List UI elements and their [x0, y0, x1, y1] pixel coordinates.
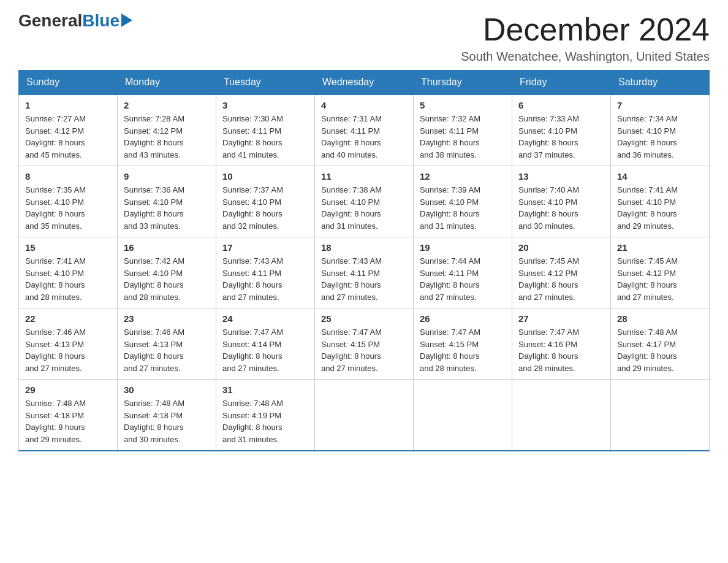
calendar-week-3: 15 Sunrise: 7:41 AMSunset: 4:10 PMDaylig… — [19, 237, 710, 308]
calendar-cell: 10 Sunrise: 7:37 AMSunset: 4:10 PMDaylig… — [216, 166, 315, 237]
header-friday: Friday — [512, 71, 611, 95]
calendar-cell: 1 Sunrise: 7:27 AMSunset: 4:12 PMDayligh… — [19, 94, 118, 166]
day-info: Sunrise: 7:47 AMSunset: 4:16 PMDaylight:… — [518, 326, 604, 374]
calendar-cell: 6 Sunrise: 7:33 AMSunset: 4:10 PMDayligh… — [512, 94, 611, 166]
day-number: 5 — [420, 100, 506, 110]
calendar-cell: 14 Sunrise: 7:41 AMSunset: 4:10 PMDaylig… — [611, 166, 710, 237]
day-number: 9 — [124, 171, 210, 182]
day-info: Sunrise: 7:38 AMSunset: 4:10 PMDaylight:… — [321, 184, 407, 232]
day-info: Sunrise: 7:30 AMSunset: 4:11 PMDaylight:… — [222, 113, 308, 161]
calendar-week-2: 8 Sunrise: 7:35 AMSunset: 4:10 PMDayligh… — [19, 166, 710, 237]
day-info: Sunrise: 7:45 AMSunset: 4:12 PMDaylight:… — [617, 255, 703, 303]
calendar-cell: 12 Sunrise: 7:39 AMSunset: 4:10 PMDaylig… — [414, 166, 512, 237]
page-header: General Blue December 2024 South Wenatch… — [18, 12, 710, 64]
calendar-table: Sunday Monday Tuesday Wednesday Thursday… — [18, 70, 710, 451]
day-info: Sunrise: 7:28 AMSunset: 4:12 PMDaylight:… — [124, 113, 210, 161]
calendar-cell: 4 Sunrise: 7:31 AMSunset: 4:11 PMDayligh… — [315, 94, 414, 166]
logo: General Blue — [18, 12, 132, 29]
calendar-cell: 29 Sunrise: 7:48 AMSunset: 4:18 PMDaylig… — [19, 380, 118, 451]
header-monday: Monday — [118, 71, 216, 95]
day-number: 23 — [124, 313, 210, 324]
calendar-cell: 23 Sunrise: 7:46 AMSunset: 4:13 PMDaylig… — [118, 308, 216, 380]
day-info: Sunrise: 7:48 AMSunset: 4:17 PMDaylight:… — [617, 326, 703, 374]
calendar-body: 1 Sunrise: 7:27 AMSunset: 4:12 PMDayligh… — [19, 94, 710, 451]
day-number: 24 — [222, 313, 308, 324]
day-info: Sunrise: 7:42 AMSunset: 4:10 PMDaylight:… — [124, 255, 210, 303]
day-info: Sunrise: 7:41 AMSunset: 4:10 PMDaylight:… — [617, 184, 703, 232]
calendar-cell: 5 Sunrise: 7:32 AMSunset: 4:11 PMDayligh… — [414, 94, 512, 166]
calendar-week-4: 22 Sunrise: 7:46 AMSunset: 4:13 PMDaylig… — [19, 308, 710, 380]
day-info: Sunrise: 7:31 AMSunset: 4:11 PMDaylight:… — [321, 113, 407, 161]
day-info: Sunrise: 7:39 AMSunset: 4:10 PMDaylight:… — [420, 184, 506, 232]
day-info: Sunrise: 7:46 AMSunset: 4:13 PMDaylight:… — [25, 326, 111, 374]
day-number: 28 — [617, 313, 703, 324]
logo-general-text: General — [18, 12, 82, 29]
day-number: 12 — [420, 171, 506, 182]
calendar-cell: 26 Sunrise: 7:47 AMSunset: 4:15 PMDaylig… — [414, 308, 512, 380]
calendar-cell: 24 Sunrise: 7:47 AMSunset: 4:14 PMDaylig… — [216, 308, 315, 380]
day-info: Sunrise: 7:34 AMSunset: 4:10 PMDaylight:… — [617, 113, 703, 161]
day-number: 15 — [25, 242, 111, 253]
day-info: Sunrise: 7:47 AMSunset: 4:15 PMDaylight:… — [420, 326, 506, 374]
day-number: 18 — [321, 242, 407, 253]
day-info: Sunrise: 7:35 AMSunset: 4:10 PMDaylight:… — [25, 184, 111, 232]
calendar-cell: 13 Sunrise: 7:40 AMSunset: 4:10 PMDaylig… — [512, 166, 611, 237]
calendar-cell: 25 Sunrise: 7:47 AMSunset: 4:15 PMDaylig… — [315, 308, 414, 380]
logo-arrow-icon — [121, 13, 132, 27]
day-info: Sunrise: 7:40 AMSunset: 4:10 PMDaylight:… — [518, 184, 604, 232]
calendar-cell: 15 Sunrise: 7:41 AMSunset: 4:10 PMDaylig… — [19, 237, 118, 308]
location-subtitle: South Wenatchee, Washington, United Stat… — [461, 50, 710, 64]
calendar-cell — [512, 380, 611, 451]
calendar-cell — [315, 380, 414, 451]
day-number: 4 — [321, 100, 407, 110]
day-info: Sunrise: 7:37 AMSunset: 4:10 PMDaylight:… — [222, 184, 308, 232]
logo-blue-part: Blue — [82, 12, 132, 29]
day-info: Sunrise: 7:33 AMSunset: 4:10 PMDaylight:… — [518, 113, 604, 161]
calendar-cell: 2 Sunrise: 7:28 AMSunset: 4:12 PMDayligh… — [118, 94, 216, 166]
day-info: Sunrise: 7:48 AMSunset: 4:18 PMDaylight:… — [25, 397, 111, 445]
day-number: 25 — [321, 313, 407, 324]
calendar-cell — [414, 380, 512, 451]
day-number: 26 — [420, 313, 506, 324]
day-number: 29 — [25, 385, 111, 395]
day-info: Sunrise: 7:41 AMSunset: 4:10 PMDaylight:… — [25, 255, 111, 303]
day-number: 7 — [617, 100, 703, 110]
header-tuesday: Tuesday — [216, 71, 315, 95]
calendar-cell: 11 Sunrise: 7:38 AMSunset: 4:10 PMDaylig… — [315, 166, 414, 237]
logo-blue-text: Blue — [82, 12, 119, 29]
header-wednesday: Wednesday — [315, 71, 414, 95]
day-number: 11 — [321, 171, 407, 182]
day-info: Sunrise: 7:44 AMSunset: 4:11 PMDaylight:… — [420, 255, 506, 303]
day-info: Sunrise: 7:47 AMSunset: 4:14 PMDaylight:… — [222, 326, 308, 374]
day-number: 14 — [617, 171, 703, 182]
day-info: Sunrise: 7:43 AMSunset: 4:11 PMDaylight:… — [222, 255, 308, 303]
calendar-week-1: 1 Sunrise: 7:27 AMSunset: 4:12 PMDayligh… — [19, 94, 710, 166]
calendar-cell: 19 Sunrise: 7:44 AMSunset: 4:11 PMDaylig… — [414, 237, 512, 308]
day-number: 2 — [124, 100, 210, 110]
calendar-cell: 22 Sunrise: 7:46 AMSunset: 4:13 PMDaylig… — [19, 308, 118, 380]
day-info: Sunrise: 7:27 AMSunset: 4:12 PMDaylight:… — [25, 113, 111, 161]
calendar-cell: 16 Sunrise: 7:42 AMSunset: 4:10 PMDaylig… — [118, 237, 216, 308]
day-number: 10 — [222, 171, 308, 182]
calendar-header: Sunday Monday Tuesday Wednesday Thursday… — [19, 71, 710, 95]
day-number: 8 — [25, 171, 111, 182]
day-info: Sunrise: 7:48 AMSunset: 4:18 PMDaylight:… — [124, 397, 210, 445]
day-number: 16 — [124, 242, 210, 253]
days-of-week-row: Sunday Monday Tuesday Wednesday Thursday… — [19, 71, 710, 95]
calendar-cell: 8 Sunrise: 7:35 AMSunset: 4:10 PMDayligh… — [19, 166, 118, 237]
day-info: Sunrise: 7:32 AMSunset: 4:11 PMDaylight:… — [420, 113, 506, 161]
svg-marker-0 — [121, 13, 132, 27]
day-info: Sunrise: 7:45 AMSunset: 4:12 PMDaylight:… — [518, 255, 604, 303]
calendar-cell: 17 Sunrise: 7:43 AMSunset: 4:11 PMDaylig… — [216, 237, 315, 308]
calendar-cell — [611, 380, 710, 451]
calendar-cell: 31 Sunrise: 7:48 AMSunset: 4:19 PMDaylig… — [216, 380, 315, 451]
calendar-cell: 30 Sunrise: 7:48 AMSunset: 4:18 PMDaylig… — [118, 380, 216, 451]
title-area: December 2024 South Wenatchee, Washingto… — [461, 12, 710, 64]
header-sunday: Sunday — [19, 71, 118, 95]
month-title: December 2024 — [461, 12, 710, 47]
calendar-cell: 3 Sunrise: 7:30 AMSunset: 4:11 PMDayligh… — [216, 94, 315, 166]
day-number: 20 — [518, 242, 604, 253]
calendar-week-5: 29 Sunrise: 7:48 AMSunset: 4:18 PMDaylig… — [19, 380, 710, 451]
day-info: Sunrise: 7:46 AMSunset: 4:13 PMDaylight:… — [124, 326, 210, 374]
day-number: 1 — [25, 100, 111, 110]
